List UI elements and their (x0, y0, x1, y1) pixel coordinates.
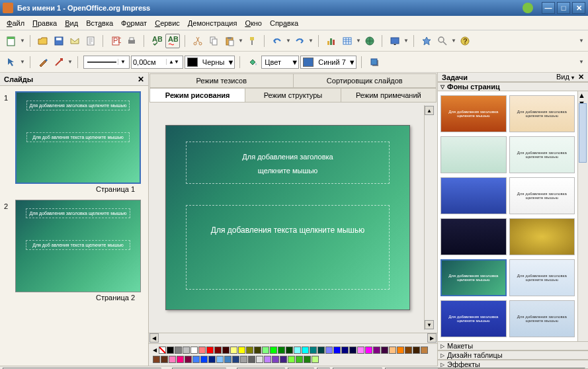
menu-edit[interactable]: Правка (28, 18, 61, 28)
palette-swatch[interactable] (421, 347, 428, 354)
template-thumb[interactable] (441, 177, 507, 214)
redo-button[interactable] (292, 34, 307, 48)
dd[interactable]: ▼ (356, 38, 361, 44)
palette-swatch[interactable] (230, 347, 237, 354)
palette-swatch[interactable] (262, 347, 269, 354)
template-thumb[interactable]: Для добавления заголовка щелкните мышью (441, 300, 507, 337)
palette-swatch[interactable] (280, 356, 287, 363)
tasks-view-menu[interactable]: Вид (556, 73, 569, 81)
pdf-button[interactable]: PDF (108, 34, 123, 48)
palette-swatch[interactable] (381, 347, 388, 354)
palette-swatch[interactable] (185, 356, 192, 363)
palette-swatch[interactable] (216, 356, 224, 363)
palette-swatch[interactable] (256, 356, 263, 363)
template-thumb[interactable]: Для добавления заголовка щелкните мышью (509, 136, 575, 173)
autospell-button[interactable]: ABC (165, 34, 180, 48)
section-table-design[interactable]: ▷Дизайн таблицы (438, 350, 588, 360)
palette-swatch[interactable] (200, 356, 208, 363)
cut-button[interactable] (190, 34, 205, 48)
palette-swatch[interactable] (310, 347, 317, 354)
help-button[interactable]: ? (458, 34, 472, 48)
menu-help[interactable]: Справка (266, 18, 302, 28)
line-color-combo[interactable]: Черны ▼ (185, 56, 235, 69)
template-thumb[interactable] (441, 218, 507, 255)
palette-swatch[interactable] (169, 356, 176, 363)
scroll-down-icon[interactable]: ▼ (425, 320, 434, 329)
palette-swatch[interactable] (161, 356, 168, 363)
palette-swatch[interactable] (190, 347, 198, 354)
menu-file[interactable]: Файл (3, 18, 28, 28)
fill-type-combo[interactable]: Цвет ▼ (261, 56, 299, 69)
palette-swatch[interactable] (373, 347, 380, 354)
email-button[interactable] (67, 34, 82, 48)
close-icon[interactable]: ✕ (138, 75, 144, 84)
horizontal-scrollbar[interactable]: ◀ ▶ (149, 333, 437, 343)
undo-button[interactable] (270, 34, 284, 48)
palette-swatch[interactable] (222, 347, 230, 354)
menu-window[interactable]: Окно (241, 18, 266, 28)
palette-swatch[interactable] (198, 347, 206, 354)
dd[interactable]: ▼ (451, 38, 456, 44)
palette-swatch[interactable] (206, 347, 214, 354)
maximize-button[interactable]: □ (557, 2, 570, 14)
line-width-input[interactable] (133, 58, 166, 66)
dd[interactable]: ▼ (67, 59, 73, 65)
table-button[interactable] (340, 34, 355, 48)
template-thumb[interactable]: Для добавления заголовка щелкните мышью (509, 259, 575, 296)
palette-swatch[interactable] (270, 347, 277, 354)
palette-swatch[interactable] (192, 356, 200, 363)
section-backgrounds[interactable]: ▽Фоны страниц (438, 82, 588, 91)
menu-insert[interactable]: Вставка (82, 18, 117, 28)
no-color-swatch[interactable] (159, 347, 166, 354)
dd[interactable]: ▼ (20, 38, 25, 44)
palette-swatch[interactable] (224, 356, 231, 363)
pen-tool[interactable] (36, 55, 50, 69)
tab-thesis[interactable]: Режим тезисов (150, 74, 294, 87)
palette-swatch[interactable] (177, 356, 184, 363)
palette-swatch[interactable] (264, 356, 271, 363)
slide-item[interactable]: 1 Для добавления заголовка щелкните мышь… (4, 91, 144, 193)
line-style-combo[interactable]: ▼ (83, 56, 130, 69)
menu-tools[interactable]: Сервис (151, 18, 184, 28)
template-thumb[interactable]: Для добавления заголовка щелкните мышью (441, 259, 507, 296)
palette-swatch[interactable] (312, 356, 319, 363)
minimize-button[interactable]: — (542, 2, 555, 14)
palette-swatch[interactable] (413, 347, 420, 354)
presentation-button[interactable] (388, 34, 402, 48)
palette-swatch[interactable] (183, 347, 190, 354)
palette-swatch[interactable] (397, 347, 404, 354)
palette-swatch[interactable] (333, 347, 341, 354)
new-button[interactable] (4, 34, 19, 48)
palette-swatch[interactable] (405, 347, 412, 354)
close-icon[interactable]: ✕ (578, 73, 584, 81)
scroll-right-icon[interactable]: ▶ (427, 333, 437, 343)
palette-swatch[interactable] (296, 356, 303, 363)
palette-swatch[interactable] (240, 356, 247, 363)
tab-notes[interactable]: Режим примечаний (341, 89, 436, 102)
scroll-up-icon[interactable]: ▲ (425, 106, 434, 115)
palette-swatch[interactable] (365, 347, 372, 354)
tab-sorter[interactable]: Сортировщик слайдов (294, 74, 437, 87)
section-layouts[interactable]: ▷Макеты (438, 341, 588, 350)
template-thumb[interactable]: Для добавления заголовка щелкните мышью (441, 95, 507, 132)
line-width-combo[interactable]: ▲▼ (131, 56, 183, 69)
templates-scrollbar[interactable]: ▲ ▼ (577, 91, 588, 341)
print-button[interactable] (124, 34, 139, 48)
palette-swatch[interactable] (254, 347, 261, 354)
palette-swatch[interactable] (246, 347, 253, 354)
fill-color-combo[interactable]: Синий 7 ▼ (300, 56, 357, 69)
menu-format[interactable]: Формат (117, 18, 151, 28)
format-paintbrush-button[interactable] (245, 34, 259, 48)
palette-swatch[interactable] (302, 347, 309, 354)
arrow-tool[interactable] (4, 55, 19, 69)
palette-swatch[interactable] (175, 347, 182, 354)
dd[interactable]: ▼ (308, 38, 314, 44)
palette-swatch[interactable] (304, 356, 311, 363)
template-thumb[interactable]: Для добавления заголовка щелкните мышью (509, 95, 575, 132)
shadow-button[interactable] (367, 55, 382, 69)
tab-drawing[interactable]: Режим рисования (150, 89, 245, 102)
spellcheck-button[interactable]: ABC (149, 34, 164, 48)
scroll-thumb[interactable] (579, 103, 587, 163)
hyperlink-button[interactable] (362, 34, 377, 48)
dd[interactable]: ▼ (238, 38, 243, 44)
